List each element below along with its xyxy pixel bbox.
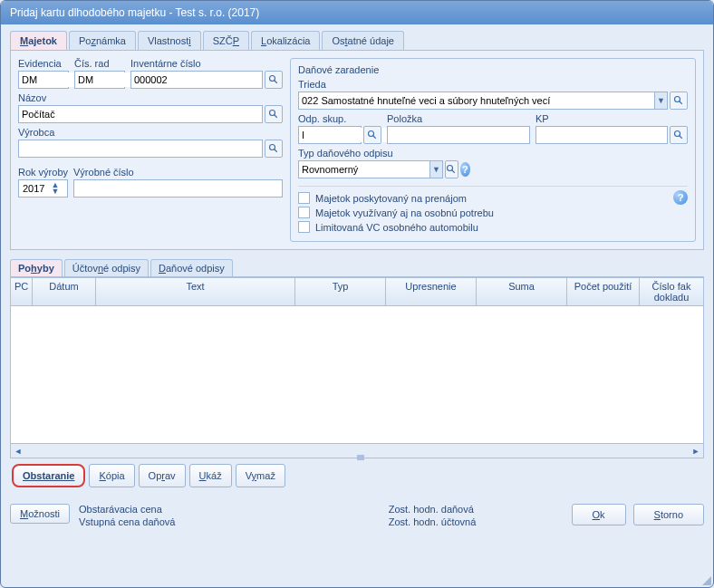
vstupna-cena-danova-label: Vstupná cena daňová [79,516,262,527]
svg-line-3 [275,115,277,118]
help-icon[interactable]: ? [673,190,688,205]
nazov-input[interactable] [18,105,263,123]
vyrobca-input[interactable] [18,140,263,158]
chk-limitovana-vc-label: Limitovaná VC osobného automobilu [315,222,478,233]
search-icon[interactable] [265,140,283,158]
action-row: Obstaranie Kópia Oprav Ukáž Vymaž [10,458,704,493]
svg-line-11 [680,136,682,139]
col-cislo-fak[interactable]: Číslo fak dokladu [640,278,703,305]
checkbox-osobna-potreba[interactable] [298,207,310,218]
ok-button[interactable]: Ok [572,504,626,525]
spinner-buttons[interactable]: ▲▼ [50,182,61,195]
svg-point-6 [675,97,680,102]
search-icon[interactable] [670,126,688,144]
typ-odpisu-select[interactable]: ▼ [298,160,443,178]
grid-header: PC Dátum Text Typ Upresnenie Suma Počet … [11,278,703,306]
svg-line-13 [452,170,455,173]
cis-rad-select[interactable]: ▼ [74,71,125,89]
col-upresnenie[interactable]: Upresnenie [386,278,477,305]
ukaz-button[interactable]: Ukáž [189,464,232,487]
rok-vyroby-value[interactable] [21,181,50,196]
svg-point-4 [270,145,275,150]
col-datum[interactable]: Dátum [33,278,96,305]
horizontal-scrollbar[interactable]: ◄ ► [11,443,703,458]
inv-cislo-input[interactable] [130,71,263,89]
search-icon[interactable] [670,92,688,110]
search-icon[interactable] [363,126,381,144]
svg-point-8 [369,131,374,137]
search-icon[interactable] [265,105,283,123]
moznosti-button[interactable]: Možnosti [10,504,70,524]
tab-szcp[interactable]: SZČP [203,31,249,50]
search-icon[interactable] [265,71,283,89]
chk-prenajom-label: Majetok poskytovaný na prenájom [315,193,467,204]
window-titlebar: Pridaj kartu dlhodobého majetku - Test s… [1,1,713,24]
scroll-left-icon[interactable]: ◄ [11,445,25,458]
subtab-pohyby[interactable]: Pohyby [10,259,63,276]
evidencia-select[interactable]: ▼ [18,71,69,89]
polozka-input[interactable] [387,126,530,144]
nazov-label: Názov [18,92,283,103]
tab-lokalizacia[interactable]: Lokalizácia [251,31,320,50]
odp-skup-select[interactable]: ▼ [298,126,362,144]
trieda-select[interactable]: ▼ [298,92,668,110]
vyrobca-label: Výrobca [18,127,283,138]
vyrobne-cislo-input[interactable] [73,179,283,198]
col-text[interactable]: Text [96,278,295,305]
chevron-down-icon[interactable]: ▼ [429,161,442,178]
svg-point-2 [270,111,275,116]
rok-vyroby-spinner[interactable]: ▲▼ [18,179,68,198]
col-pocet-pouziti[interactable]: Počet použití [567,278,640,305]
cis-rad-label: Čís. rad [74,58,125,69]
col-pc[interactable]: PC [11,278,33,305]
main-tabs: Majetok Poznámka Vlastnosti SZČP Lokaliz… [10,31,704,51]
inv-cislo-label: Inventárne číslo [130,58,283,69]
vyrobne-cislo-label: Výrobné číslo [73,167,283,178]
typ-odpisu-value[interactable] [299,162,429,177]
svg-point-10 [675,131,680,137]
resize-grip-icon[interactable] [699,573,711,585]
svg-line-9 [373,136,376,139]
col-suma[interactable]: Suma [477,278,567,305]
obstaravacia-cena-label: Obstarávacia cena [79,504,262,515]
typ-odpisu-label: Typ daňového odpisu [298,148,470,159]
rok-vyroby-label: Rok výroby [18,167,68,178]
svg-point-0 [270,76,275,82]
chevron-down-icon[interactable]: ▼ [654,92,667,109]
odp-skup-label: Odp. skup. [298,113,381,124]
kopia-button[interactable]: Kópia [89,464,134,487]
tab-majetok[interactable]: Majetok [10,31,67,50]
oprav-button[interactable]: Oprav [139,464,186,487]
checkbox-prenajom[interactable] [298,192,310,204]
kp-input[interactable] [536,126,668,144]
tab-vlastnosti[interactable]: Vlastnosti [138,31,201,50]
search-icon[interactable] [445,160,458,178]
polozka-label: Položka [387,113,530,124]
tab-ostatne[interactable]: Ostatné údaje [322,31,404,50]
scroll-right-icon[interactable]: ► [689,445,703,458]
tab-poznamka[interactable]: Poznámka [69,31,136,50]
help-icon[interactable]: ? [460,162,470,177]
zost-hodn-uctovna-label: Zost. hodn. účtovná [389,516,563,527]
storno-button[interactable]: Storno [633,504,704,525]
kp-label: KP [536,113,688,124]
trieda-value[interactable] [299,93,654,108]
danove-zaradenie-title: Daňové zaradenie [298,64,688,75]
svg-line-5 [275,149,277,152]
main-panel: Evidencia ▼ Čís. rad ▼ Inventárne číslo [10,51,704,250]
subtab-danove-odpisy[interactable]: Daňové odpisy [150,259,233,276]
checkbox-limitovana-vc[interactable] [298,221,310,233]
vymaz-button[interactable]: Vymaž [236,464,285,487]
col-typ[interactable]: Typ [295,278,386,305]
svg-line-1 [275,81,277,83]
subtab-uctovne-odpisy[interactable]: Účtovné odpisy [64,259,149,276]
grid: PC Dátum Text Typ Upresnenie Suma Počet … [10,277,704,458]
grid-body[interactable] [11,306,703,443]
chk-osobna-potreba-label: Majetok využívaný aj na osobnú potrebu [315,207,494,218]
svg-line-7 [680,101,682,104]
evidencia-label: Evidencia [18,58,69,69]
zost-hodn-danova-label: Zost. hodn. daňová [389,504,563,515]
window-title: Pridaj kartu dlhodobého majetku - Test s… [10,6,259,19]
svg-point-12 [448,166,453,171]
obstaranie-button[interactable]: Obstaranie [12,464,85,487]
